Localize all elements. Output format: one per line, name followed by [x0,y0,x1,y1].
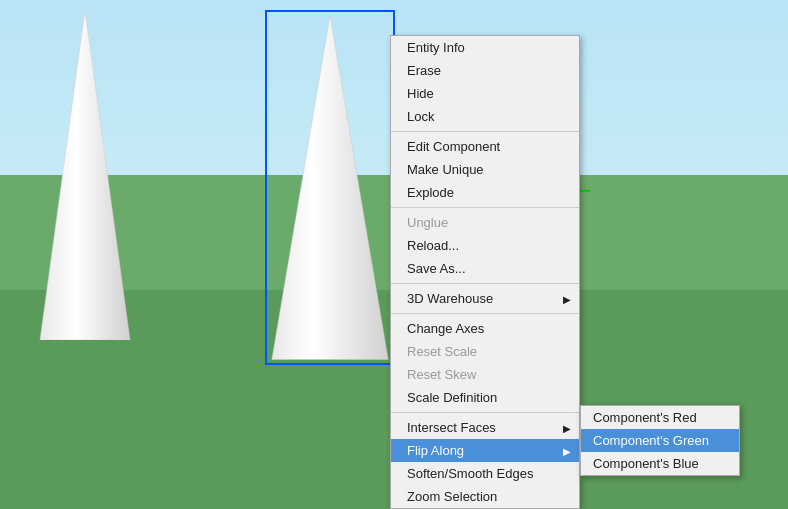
context-menu: Entity InfoEraseHideLockEdit ComponentMa… [390,35,580,509]
cone-left [30,10,140,340]
svg-marker-1 [272,15,388,359]
menu-divider [391,412,579,413]
menu-item-lock[interactable]: Lock [391,105,579,128]
cone-right-svg [267,12,393,363]
menu-item-make-unique[interactable]: Make Unique [391,158,579,181]
menu-item-change-axes[interactable]: Change Axes [391,317,579,340]
menu-divider [391,131,579,132]
menu-item-flip-along[interactable]: Flip Along [391,439,579,462]
menu-item-entity-info[interactable]: Entity Info [391,36,579,59]
menu-item-hide[interactable]: Hide [391,82,579,105]
menu-divider [391,207,579,208]
menu-item-reload[interactable]: Reload... [391,234,579,257]
menu-divider [391,313,579,314]
menu-item-3d-warehouse[interactable]: 3D Warehouse [391,287,579,310]
svg-marker-0 [40,10,130,340]
menu-item-zoom-selection[interactable]: Zoom Selection [391,485,579,508]
menu-item-unglue[interactable]: Unglue [391,211,579,234]
cone-left-svg [30,10,140,340]
submenu-item-flip-red[interactable]: Component's Red [581,406,739,429]
menu-item-reset-skew[interactable]: Reset Skew [391,363,579,386]
cone-right-selected [265,10,395,365]
menu-item-edit-component[interactable]: Edit Component [391,135,579,158]
menu-item-reset-scale[interactable]: Reset Scale [391,340,579,363]
menu-divider [391,283,579,284]
menu-item-erase[interactable]: Erase [391,59,579,82]
flip-along-submenu: Component's RedComponent's GreenComponen… [580,405,740,476]
menu-item-explode[interactable]: Explode [391,181,579,204]
menu-item-save-as[interactable]: Save As... [391,257,579,280]
submenu-item-flip-green[interactable]: Component's Green [581,429,739,452]
menu-item-intersect-faces[interactable]: Intersect Faces [391,416,579,439]
submenu-item-flip-blue[interactable]: Component's Blue [581,452,739,475]
menu-item-scale-definition[interactable]: Scale Definition [391,386,579,409]
menu-item-soften-smooth[interactable]: Soften/Smooth Edges [391,462,579,485]
